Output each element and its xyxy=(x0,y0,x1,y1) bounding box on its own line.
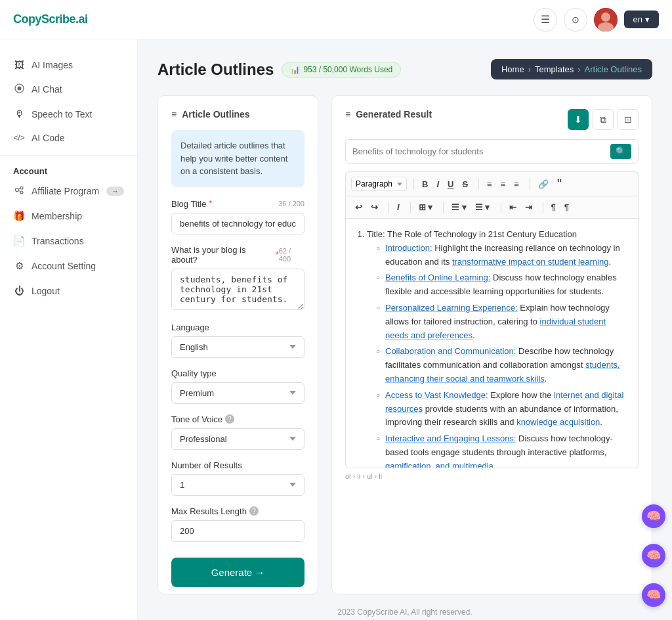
sidebar-item-logout[interactable]: ⏻ Logout xyxy=(0,278,137,303)
avatar[interactable] xyxy=(594,8,618,32)
paragraph-select[interactable]: Paragraph Heading 1 Heading 2 xyxy=(351,177,407,191)
italic2-button[interactable]: I xyxy=(393,200,404,214)
redo-button[interactable]: ↪ xyxy=(367,200,382,214)
brain-float-button-3[interactable]: 🧠 xyxy=(642,583,665,607)
list-item: Access to Vast Knowledge: Explore how th… xyxy=(377,389,629,430)
tone-label-row: Tone of Voice ? xyxy=(171,414,304,424)
sidebar-item-speech-to-text[interactable]: 🎙 Speech to Text xyxy=(0,102,137,126)
underline-button[interactable]: U xyxy=(444,177,457,191)
share-icon: ⊡ xyxy=(624,114,632,125)
microphone-icon: 🎙 xyxy=(13,108,25,120)
tone-label-left: Tone of Voice ? xyxy=(171,414,234,424)
tone-help-icon[interactable]: ? xyxy=(225,414,234,424)
language-label: Language xyxy=(171,322,209,332)
sidebar-item-ai-code[interactable]: </> AI Code xyxy=(0,126,137,150)
blog-title-charcount: 36 / 200 xyxy=(278,200,304,208)
affiliate-badge: → xyxy=(106,187,124,196)
sidebar-divider xyxy=(0,155,137,156)
editor-content[interactable]: Title: The Role of Technology in 21st Ce… xyxy=(345,219,639,468)
breadcrumb-sep-1: › xyxy=(528,64,531,74)
breadcrumb: Home › Templates › Article Outlines xyxy=(491,59,652,79)
result-search-button[interactable]: 🔍 xyxy=(610,144,631,159)
svg-point-6 xyxy=(20,187,23,189)
num-results-label: Number of Results xyxy=(171,460,242,470)
language-button[interactable]: en ▾ xyxy=(624,11,659,28)
style-group: I xyxy=(393,200,404,214)
brain-float-button[interactable]: 🧠 xyxy=(642,504,665,528)
strikethrough-button[interactable]: S xyxy=(458,177,472,191)
list-group: ☰ ▾ ☰ ▾ xyxy=(448,200,494,214)
italic-button[interactable]: I xyxy=(432,177,443,191)
sidebar-item-membership[interactable]: 🎁 Membership xyxy=(0,204,137,229)
list-item: Introduction: Highlight the increasing r… xyxy=(377,242,629,269)
result-title: Generated Result xyxy=(356,109,432,120)
indent-increase-button[interactable]: ⇥ xyxy=(521,200,536,214)
result-search-bar: 🔍 xyxy=(345,139,639,164)
sidebar-item-transactions[interactable]: 📄 Transactions xyxy=(0,229,137,254)
max-length-help-icon[interactable]: ? xyxy=(249,506,259,516)
format-group: B I U S xyxy=(418,177,472,191)
words-used-text: 953 / 50,000 Words Used xyxy=(303,65,392,74)
refresh-icon: ⊙ xyxy=(572,14,579,25)
page-title-area: Article Outlines 📊 953 / 50,000 Words Us… xyxy=(158,60,401,79)
quote-button[interactable]: " xyxy=(553,176,566,192)
generate-button[interactable]: Generate → xyxy=(171,558,304,587)
sidebar-item-label: Membership xyxy=(32,211,82,221)
clear-format-button[interactable]: ¶ xyxy=(560,200,573,214)
logo-text: CopyScribe. xyxy=(13,12,79,26)
download-btn[interactable]: ⬇ xyxy=(568,109,589,130)
refresh-button[interactable]: ⊙ xyxy=(564,8,587,32)
brain-float-button-2[interactable]: 🧠 xyxy=(642,544,665,567)
tone-label: Tone of Voice xyxy=(171,414,222,424)
info-box: Detailed article outlines that help you … xyxy=(171,130,304,187)
link-button[interactable]: 🔗 xyxy=(534,177,553,191)
words-used-badge: 📊 953 / 50,000 Words Used xyxy=(282,62,401,78)
numbered-list-button[interactable]: ☰ ▾ xyxy=(471,200,494,214)
share-btn[interactable]: ⊡ xyxy=(618,109,639,130)
account-label: Account xyxy=(0,161,137,179)
bullet-list-button[interactable]: ☰ ▾ xyxy=(448,200,471,214)
breadcrumb-sep-2: › xyxy=(578,64,580,74)
outline-icon: ≡ xyxy=(171,109,177,120)
num-results-select[interactable]: 1 2 3 xyxy=(171,474,304,496)
undo-button[interactable]: ↩ xyxy=(351,200,366,214)
tone-select[interactable]: Professional Casual Friendly xyxy=(171,428,304,450)
language-select[interactable]: English French Spanish xyxy=(171,336,304,358)
align-left-button[interactable]: ≡ xyxy=(483,177,496,191)
paragraph-mark-button[interactable]: ¶ xyxy=(547,200,560,214)
copy-btn[interactable]: ⧉ xyxy=(593,109,614,130)
num-results-label-row: Number of Results xyxy=(171,460,304,470)
toolbar-sep-3 xyxy=(530,178,530,190)
ai-chat-icon xyxy=(13,83,25,95)
left-panel-title: Article Outlines xyxy=(182,109,249,120)
sidebar: 🖼 AI Images AI Chat 🎙 Speech to Text </>… xyxy=(0,39,138,620)
bold-button[interactable]: B xyxy=(418,177,432,191)
align-right-button[interactable]: ≡ xyxy=(510,177,523,191)
blog-about-input[interactable] xyxy=(171,269,304,310)
result-search-input[interactable] xyxy=(352,146,605,156)
blog-title-input[interactable] xyxy=(171,213,304,234)
table-button[interactable]: ⊞ ▾ xyxy=(415,200,437,214)
toolbar-sep-8 xyxy=(543,202,543,213)
max-length-input[interactable] xyxy=(171,520,304,542)
svg-line-9 xyxy=(18,190,20,192)
indent-decrease-button[interactable]: ⇤ xyxy=(505,200,520,214)
hamburger-button[interactable]: ☰ xyxy=(534,8,557,32)
sidebar-item-ai-chat[interactable]: AI Chat xyxy=(0,77,137,102)
breadcrumb-templates[interactable]: Templates xyxy=(535,64,574,74)
max-length-group: Max Results Length ? xyxy=(171,506,304,542)
sidebar-item-affiliate[interactable]: Affiliate Program → xyxy=(0,179,137,204)
sidebar-item-account-setting[interactable]: ⚙ Account Setting xyxy=(0,254,137,278)
logo: CopyScribe.ai xyxy=(13,12,88,26)
ai-images-icon: 🖼 xyxy=(13,59,25,70)
sidebar-item-ai-images[interactable]: 🖼 AI Images xyxy=(0,53,137,77)
num-results-group: Number of Results 1 2 3 xyxy=(171,460,304,496)
insert-group: 🔗 " xyxy=(534,176,566,192)
breadcrumb-home[interactable]: Home xyxy=(501,64,524,74)
quality-select[interactable]: Premium Standard xyxy=(171,382,304,404)
svg-line-8 xyxy=(18,188,20,189)
align-center-button[interactable]: ≡ xyxy=(497,177,510,191)
list-item: Collaboration and Communication: Describ… xyxy=(377,345,629,386)
blog-title-label-left: Blog Title * xyxy=(171,199,212,209)
sidebar-item-label: Affiliate Program xyxy=(32,186,99,196)
